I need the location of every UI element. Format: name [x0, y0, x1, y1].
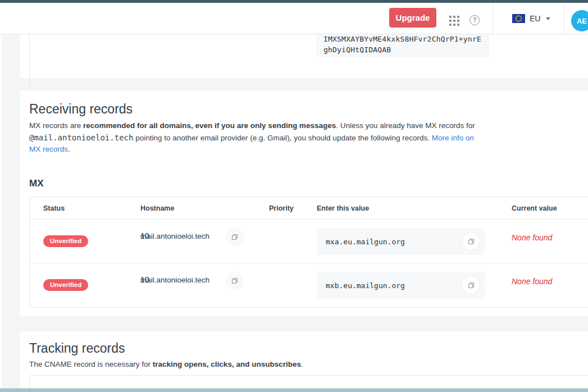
copy-value-button[interactable] [462, 276, 480, 294]
table-header-row: Status Hostname Priority Enter this valu… [30, 197, 588, 220]
hostname-value: mail.antonioeloi.tech [140, 232, 209, 240]
mx-records-table: Status Hostname Priority Enter this valu… [29, 197, 588, 308]
priority-value: 10 [140, 231, 149, 240]
dkim-value-line2: ghDyiQHtQIDAQAB [323, 45, 489, 56]
copy-icon [231, 233, 239, 241]
tracking-records-card: Tracking records The CNAME record is nec… [20, 331, 588, 388]
current-value-status: None found [512, 277, 552, 286]
status-badge: Unverified [43, 235, 88, 247]
desc-text: . Unless you already have MX records for [336, 121, 475, 130]
receiving-records-description: MX records are recommended for all domai… [29, 120, 487, 156]
column-header-priority: Priority [269, 204, 294, 212]
receiving-records-title: Receiving records [29, 102, 133, 117]
desc-text: The CNAME record is necessary for [29, 360, 153, 368]
eu-flag-icon [512, 14, 525, 23]
receiving-records-card: Receiving records MX records are recomme… [20, 90, 588, 316]
table-row: Unverified mail.antonioeloi.tech 10 mxb.… [30, 263, 588, 307]
column-header-hostname: Hostname [140, 204, 174, 212]
top-header-bar: Upgrade ? EU AE [0, 3, 588, 34]
desc-bold-text: tracking opens, clicks, and unsubscribes [153, 360, 301, 368]
enter-value-box: mxb.eu.mailgun.org [317, 272, 485, 299]
hostname-value: mail.antonioeloi.tech [140, 276, 209, 284]
tracking-records-title: Tracking records [29, 341, 125, 356]
dns-value: mxa.eu.mailgun.org [326, 238, 405, 246]
domain-name-text: @mail.antonioeloi.tech [29, 133, 133, 142]
desc-text: . [301, 360, 303, 368]
copy-icon [467, 281, 475, 289]
copy-hostname-button[interactable] [226, 272, 244, 290]
status-badge: Unverified [43, 279, 88, 291]
desc-bold-text: recommended for all domains, even if you… [83, 121, 336, 130]
dkim-value-box: IMXSMXAYBYvME4kxkS8HFvr2ChQrP1+ynrE ghDy… [316, 34, 489, 57]
dns-value: mxb.eu.mailgun.org [326, 281, 405, 290]
desc-text: MX records are [29, 121, 83, 130]
chevron-down-icon [546, 17, 550, 20]
copy-icon [467, 238, 475, 245]
region-switcher[interactable]: EU [512, 12, 550, 25]
copy-icon [231, 277, 239, 285]
window-frame-bottom [0, 388, 588, 392]
priority-value: 10 [140, 275, 149, 284]
sending-records-card: IMXSMXAYBYvME4kxkS8HFvr2ChQrP1+ynrE ghDy… [20, 34, 588, 78]
window-frame-left [0, 34, 2, 388]
copy-hostname-button[interactable] [226, 228, 244, 246]
app-grid-icon[interactable] [449, 16, 459, 26]
column-header-current-value: Current value [512, 204, 557, 212]
current-value-status: None found [512, 233, 552, 242]
user-avatar[interactable]: AE [571, 10, 588, 31]
help-icon[interactable]: ? [470, 15, 480, 25]
window-frame-top [0, 0, 588, 3]
header-divider [564, 3, 564, 34]
upgrade-button[interactable]: Upgrade [389, 8, 436, 28]
column-header-enter-value: Enter this value [317, 204, 369, 212]
column-header-status: Status [43, 204, 65, 212]
desc-text: . [68, 145, 70, 153]
copy-value-button[interactable] [462, 233, 480, 250]
tracking-records-description: The CNAME record is necessary for tracki… [29, 359, 487, 371]
dkim-value-line1: IMXSMXAYBYvME4kxkS8HFvr2ChQrP1+ynrE [323, 34, 489, 45]
region-label: EU [530, 14, 540, 23]
mx-table-title: MX [29, 178, 44, 189]
enter-value-box: mxa.eu.mailgun.org [317, 228, 485, 255]
header-divider [493, 3, 493, 34]
desc-text: pointing to another email provider (e.g.… [133, 134, 431, 142]
table-row: Unverified mail.antonioeloi.tech 10 mxa.… [30, 220, 588, 263]
